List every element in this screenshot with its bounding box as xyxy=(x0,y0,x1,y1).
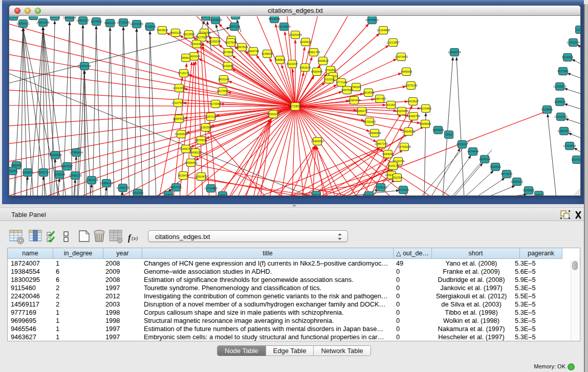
svg-text:10719155: 10719155 xyxy=(117,21,129,24)
svg-text:12905135: 12905135 xyxy=(69,174,81,177)
svg-text:10046786: 10046786 xyxy=(179,147,192,150)
svg-text:9885061: 9885061 xyxy=(11,164,22,167)
svg-text:15832: 15832 xyxy=(219,194,227,196)
svg-text:6793402: 6793402 xyxy=(325,69,336,72)
svg-text:7515546: 7515546 xyxy=(144,25,156,28)
svg-text:7955812: 7955812 xyxy=(317,59,329,62)
svg-text:9327505: 9327505 xyxy=(196,36,207,39)
svg-text:64126: 64126 xyxy=(312,193,320,196)
svg-text:11653: 11653 xyxy=(164,193,172,196)
svg-text:7485063: 7485063 xyxy=(401,70,412,73)
svg-text:16782759: 16782759 xyxy=(116,186,129,189)
svg-text:15751074: 15751074 xyxy=(567,41,579,44)
svg-text:17016504: 17016504 xyxy=(563,144,576,147)
svg-text:11125: 11125 xyxy=(576,28,580,31)
svg-text:1611011: 1611011 xyxy=(323,78,334,81)
svg-text:8471676: 8471676 xyxy=(501,172,512,176)
svg-text:9777169: 9777169 xyxy=(336,81,347,84)
svg-text:16495759: 16495759 xyxy=(407,115,420,118)
svg-text:10973493: 10973493 xyxy=(395,55,407,58)
svg-text:18807249: 18807249 xyxy=(375,142,387,145)
svg-text:2935114: 2935114 xyxy=(479,158,490,161)
svg-text:1640954: 1640954 xyxy=(432,128,444,132)
svg-text:(x): (x) xyxy=(132,235,138,242)
svg-text:8186328: 8186328 xyxy=(209,40,221,43)
svg-text:12975115: 12975115 xyxy=(405,84,418,87)
svg-text:9657791: 9657791 xyxy=(170,186,182,189)
svg-text:19654923: 19654923 xyxy=(402,130,415,133)
svg-text:17957225: 17957225 xyxy=(85,179,98,182)
svg-text:10653267: 10653267 xyxy=(76,19,89,22)
svg-text:1145194: 1145194 xyxy=(54,173,65,176)
svg-text:8878332: 8878332 xyxy=(195,139,207,142)
svg-text:1588520: 1588520 xyxy=(274,58,286,61)
svg-text:2803144: 2803144 xyxy=(218,78,229,81)
svg-text:9329966: 9329966 xyxy=(562,56,573,59)
svg-text:10671355: 10671355 xyxy=(130,23,143,26)
svg-text:1292346: 1292346 xyxy=(132,191,143,194)
svg-text:10688609: 10688609 xyxy=(368,132,381,135)
svg-text:20364436: 20364436 xyxy=(347,99,360,102)
svg-text:12942737: 12942737 xyxy=(37,171,50,174)
svg-text:9699695: 9699695 xyxy=(420,122,431,125)
svg-text:15720407: 15720407 xyxy=(363,120,376,123)
svg-text:9084067: 9084067 xyxy=(382,152,394,156)
svg-text:10025458: 10025458 xyxy=(395,110,408,113)
svg-text:18724007: 18724007 xyxy=(288,104,303,108)
svg-text:3824554: 3824554 xyxy=(363,91,374,94)
svg-text:5958: 5958 xyxy=(446,133,452,136)
svg-text:21053346: 21053346 xyxy=(78,64,91,68)
svg-text:6466160: 6466160 xyxy=(104,21,116,25)
svg-text:9468: 9468 xyxy=(536,193,542,196)
svg-text:10958107: 10958107 xyxy=(100,182,113,185)
svg-text:3267130: 3267130 xyxy=(205,115,216,118)
svg-text:13325419: 13325419 xyxy=(289,33,301,36)
svg-text:1244419: 1244419 xyxy=(554,100,565,103)
svg-text:19654925: 19654925 xyxy=(172,117,185,120)
svg-text:4170065: 4170065 xyxy=(210,102,221,105)
svg-text:98961: 98961 xyxy=(182,56,190,59)
svg-text:1733426: 1733426 xyxy=(398,188,409,191)
svg-text:15716485: 15716485 xyxy=(204,187,217,190)
svg-text:1167533: 1167533 xyxy=(571,158,580,161)
svg-text:7386372: 7386372 xyxy=(356,110,367,113)
svg-text:10107553: 10107553 xyxy=(171,101,184,104)
svg-text:8990448: 8990448 xyxy=(311,70,322,73)
svg-text:16548764: 16548764 xyxy=(448,51,461,54)
svg-text:1498222: 1498222 xyxy=(190,151,201,154)
svg-text:19756928: 19756928 xyxy=(398,145,410,148)
svg-text:2105334: 2105334 xyxy=(9,16,19,18)
svg-text:1340910: 1340910 xyxy=(300,40,311,43)
svg-text:746266: 746266 xyxy=(352,85,361,89)
svg-text:19218506: 19218506 xyxy=(277,25,290,28)
svg-text:1527602: 1527602 xyxy=(91,20,102,23)
svg-text:17359924: 17359924 xyxy=(70,151,82,154)
svg-text:16543362: 16543362 xyxy=(190,42,203,46)
svg-text:8322037: 8322037 xyxy=(287,62,298,65)
svg-text:16914479: 16914479 xyxy=(194,175,207,178)
svg-text:16876: 16876 xyxy=(202,16,210,18)
svg-text:8215955: 8215955 xyxy=(541,108,553,111)
svg-text:97264: 97264 xyxy=(365,194,373,196)
svg-text:10654112: 10654112 xyxy=(511,180,524,183)
svg-text:6879197: 6879197 xyxy=(456,143,468,146)
svg-text:1851511: 1851511 xyxy=(49,16,60,18)
svg-text:7625402: 7625402 xyxy=(178,174,189,177)
svg-text:19384554: 19384554 xyxy=(311,140,323,143)
svg-text:10961758: 10961758 xyxy=(307,51,320,54)
svg-text:2867608: 2867608 xyxy=(236,46,248,49)
svg-text:9397587: 9397587 xyxy=(61,165,73,168)
svg-text:15136141: 15136141 xyxy=(374,186,387,189)
svg-text:20876862: 20876862 xyxy=(365,18,378,21)
svg-text:8427552: 8427552 xyxy=(217,90,228,93)
svg-text:8660123: 8660123 xyxy=(170,31,181,34)
svg-text:9245652: 9245652 xyxy=(523,189,534,192)
svg-text:10807487: 10807487 xyxy=(373,97,386,100)
svg-text:18300295: 18300295 xyxy=(267,113,279,116)
svg-text:8454749: 8454749 xyxy=(248,50,259,53)
svg-text:391159: 391159 xyxy=(9,169,17,172)
svg-text:1615172: 1615172 xyxy=(387,164,399,167)
svg-text:88130: 88130 xyxy=(231,16,239,17)
svg-text:9146821: 9146821 xyxy=(262,52,273,55)
svg-text:15692971: 15692971 xyxy=(557,129,570,133)
